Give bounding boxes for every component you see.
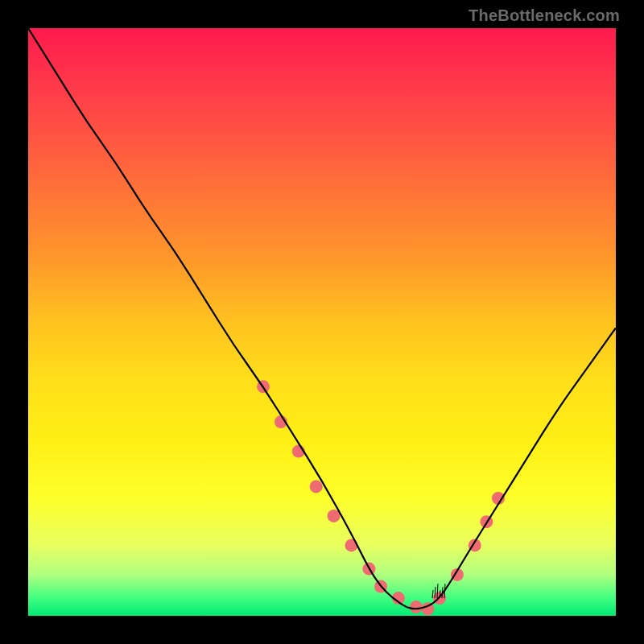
marker-point [410, 601, 423, 613]
spike [432, 590, 433, 598]
chart-svg [28, 28, 616, 616]
marker-layer [257, 380, 505, 615]
bottleneck-curve [28, 28, 616, 609]
chart-frame: TheBottleneck.com [0, 0, 644, 644]
plot-area [28, 28, 616, 616]
watermark-text: TheBottleneck.com [469, 6, 620, 25]
marker-point [310, 480, 323, 493]
